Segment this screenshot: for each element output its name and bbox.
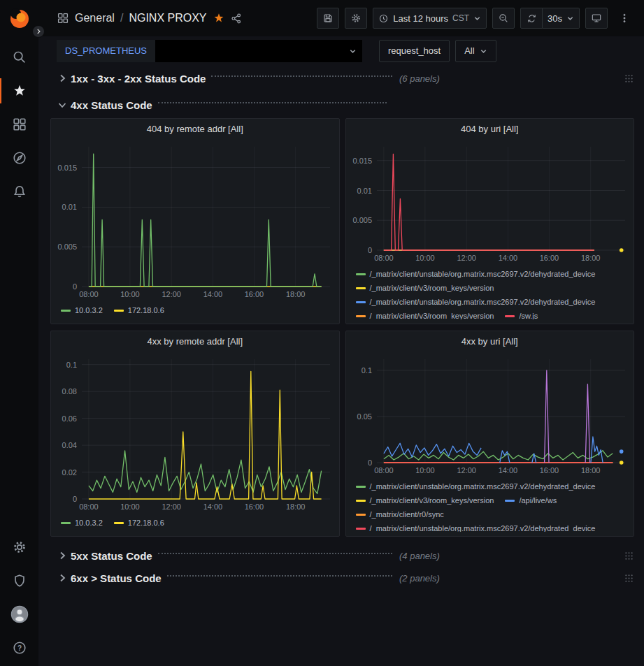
request-host-variable-label[interactable]: request_host <box>379 40 450 62</box>
save-dashboard-button[interactable] <box>317 8 339 29</box>
timeseries-chart-404-by-remote-addr-all: 00.0050.010.01508:0010:0012:0014:0016:00… <box>51 140 338 301</box>
legend-label: /sw.js <box>519 309 538 319</box>
row-drag-handle-icon[interactable] <box>624 73 634 84</box>
panel-legend: /_matrix/client/unstable/org.matrix.msc2… <box>346 264 634 319</box>
sidebar-item-profile[interactable] <box>0 598 38 631</box>
panel-title[interactable]: 4xx by remote addr [All] <box>51 331 339 352</box>
legend-item[interactable]: /_matrix/client/unstable/org.matrix.msc2… <box>356 521 596 532</box>
sidebar-item-configuration[interactable] <box>0 530 38 564</box>
chevron-down-icon <box>57 99 68 110</box>
refresh-interval-select[interactable]: 30s <box>543 8 580 29</box>
refresh-interval-value: 30s <box>548 13 562 24</box>
legend-color-dash <box>356 315 366 317</box>
time-range-picker[interactable]: Last 12 hours CST <box>373 8 487 29</box>
timezone-label: CST <box>452 13 469 23</box>
row-drag-handle-icon[interactable] <box>624 551 634 561</box>
sidebar-item-search[interactable] <box>0 41 38 74</box>
svg-text:18:00: 18:00 <box>286 502 306 511</box>
breadcrumb-folder[interactable]: General <box>75 12 115 24</box>
grafana-app: ? General / NGINX PROXY <box>0 0 644 666</box>
row-title: 4xx Status Code <box>71 99 152 111</box>
panel-title[interactable]: 404 by remote addr [All] <box>51 119 339 140</box>
zoom-out-icon <box>498 13 509 24</box>
star-icon <box>12 83 27 99</box>
refresh-button[interactable] <box>520 8 543 29</box>
panel-title[interactable]: 404 by uri [All] <box>346 119 634 140</box>
sidebar-item-help[interactable]: ? <box>0 631 38 665</box>
panels-grid: 404 by remote addr [All]00.0050.010.0150… <box>50 118 634 537</box>
variables-bar: DS_PROMETHEUS request_host All <box>38 36 644 66</box>
dashboard-row-4xx[interactable]: 4xx Status Code <box>57 94 634 115</box>
legend-color-dash <box>61 522 71 524</box>
sidebar-item-dashboards[interactable] <box>0 108 38 141</box>
dashboard-settings-button[interactable] <box>345 8 367 29</box>
kebab-menu-icon <box>619 13 630 24</box>
legend-label: /_matrix/client/r0/sync <box>370 507 444 521</box>
svg-text:10:00: 10:00 <box>120 502 140 511</box>
legend-color-dash <box>356 528 366 530</box>
share-icon[interactable] <box>231 13 243 24</box>
tv-mode-button[interactable] <box>585 8 608 29</box>
dashboard-row-6xx[interactable]: 6xx > Status Code (2 panels) <box>57 567 634 588</box>
dashboard-row-1xx-3xx-2xx[interactable]: 1xx - 3xx - 2xx Status Code (6 panels) <box>57 68 634 89</box>
dashboard-row-5xx[interactable]: 5xx Status Code (4 panels) <box>57 545 634 566</box>
svg-text:0.02: 0.02 <box>62 468 77 477</box>
panel-title[interactable]: 4xx by uri [All] <box>346 331 634 352</box>
sidebar-item-explore[interactable] <box>0 141 38 175</box>
datasource-variable-label[interactable]: DS_PROMETHEUS <box>57 40 155 62</box>
help-circle-icon: ? <box>12 640 27 656</box>
sidebar-bottom: ? <box>0 530 38 666</box>
save-icon <box>322 13 334 24</box>
timeseries-chart-404-by-uri-all: 00.0050.010.01508:0010:0012:0014:0016:00… <box>346 140 634 264</box>
row-title: 5xx Status Code <box>71 550 152 562</box>
row-title: 1xx - 3xx - 2xx Status Code <box>71 73 206 85</box>
sidebar-item-server-admin[interactable] <box>0 564 38 598</box>
legend-item[interactable]: /_matrix/client/unstable/org.matrix.msc2… <box>356 267 596 281</box>
breadcrumb: General / NGINX PROXY <box>57 12 243 24</box>
legend-label: 172.18.0.6 <box>128 516 164 530</box>
panel-4xx-by-remote-addr-all: 4xx by remote addr [All]00.020.040.060.0… <box>50 331 340 537</box>
svg-text:14:00: 14:00 <box>498 254 517 262</box>
datasource-value-select[interactable] <box>155 40 362 62</box>
svg-text:18:00: 18:00 <box>286 290 306 298</box>
timeseries-chart-4xx-by-remote-addr-all: 00.020.040.060.080.108:0010:0012:0014:00… <box>51 352 338 513</box>
svg-text:0: 0 <box>367 246 371 254</box>
legend-item[interactable]: /_matrix/client/v3/room_keys/version <box>356 281 494 295</box>
refresh-icon <box>527 13 537 24</box>
main-area: General / NGINX PROXY <box>38 0 644 666</box>
row-drag-handle-icon[interactable] <box>624 573 634 584</box>
chevron-down-icon <box>349 48 357 55</box>
zoom-out-button[interactable] <box>492 8 515 29</box>
legend-item[interactable]: /_matrix/client/v3/room_keys/version <box>356 309 494 319</box>
legend-item[interactable]: /_matrix/client/v3/room_keys/version <box>356 493 494 507</box>
legend-item[interactable]: /sw.js <box>505 309 538 319</box>
more-options-button[interactable] <box>613 8 636 29</box>
panel-404-by-uri-all: 404 by uri [All]00.0050.010.01508:0010:0… <box>345 118 635 324</box>
legend-color-dash <box>356 273 366 275</box>
legend-item[interactable]: /api/live/ws <box>505 493 557 507</box>
svg-text:0.01: 0.01 <box>62 203 77 211</box>
dashboard-content: DS_PROMETHEUS request_host All <box>38 36 644 666</box>
legend-item[interactable]: /_matrix/client/r0/sync <box>356 507 444 521</box>
sidebar-item-alerting[interactable] <box>0 175 38 208</box>
svg-text:0.05: 0.05 <box>357 412 371 421</box>
legend-label: /_matrix/client/v3/room_keys/version <box>370 309 494 319</box>
legend-item[interactable]: /_matrix/client/unstable/org.matrix.msc2… <box>356 479 596 493</box>
request-host-value-select[interactable]: All <box>455 40 496 62</box>
svg-text:0.005: 0.005 <box>352 216 372 224</box>
legend-item[interactable]: /_matrix/client/unstable/org.matrix.msc2… <box>356 295 596 309</box>
dotted-leader <box>167 575 392 577</box>
legend-item[interactable]: 172.18.0.6 <box>114 303 164 317</box>
dashboards-grid-icon <box>57 12 69 24</box>
chevron-right-icon <box>57 572 68 584</box>
sidebar-item-starred[interactable] <box>0 74 38 108</box>
sidebar-expand-button[interactable] <box>32 25 45 38</box>
shield-icon <box>12 573 27 588</box>
favorite-star-icon[interactable] <box>213 12 225 24</box>
legend-item[interactable]: 10.0.3.2 <box>61 303 103 317</box>
avatar <box>10 605 29 624</box>
grafana-logo[interactable] <box>7 6 32 31</box>
legend-color-dash <box>356 486 366 488</box>
legend-item[interactable]: 172.18.0.6 <box>114 516 164 530</box>
legend-item[interactable]: 10.0.3.2 <box>61 516 103 530</box>
